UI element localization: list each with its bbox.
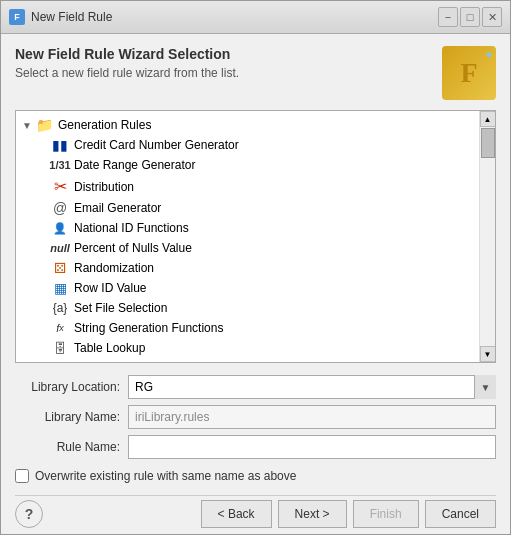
scrollbar-down-button[interactable]: ▼ — [480, 346, 496, 362]
tree-item-distribution[interactable]: ✂ Distribution — [16, 175, 479, 198]
tree-item-table-lookup[interactable]: 🗄 Table Lookup — [16, 338, 479, 358]
tree-item-national-id[interactable]: 👤 National ID Functions — [16, 218, 479, 238]
tree-container: ▼ 📁 Generation Rules ▮▮ Credit Card Numb… — [15, 110, 496, 363]
scrollbar-thumb[interactable] — [481, 128, 495, 158]
date-range-icon: 1/31 — [50, 159, 70, 171]
overwrite-checkbox-label[interactable]: Overwrite existing rule with same name a… — [35, 469, 296, 483]
tree-item-label-string-gen: String Generation Functions — [74, 321, 223, 335]
library-location-select[interactable]: RG — [128, 375, 496, 399]
tree-item-string-gen[interactable]: fx String Generation Functions — [16, 318, 479, 338]
tree-item-nulls[interactable]: null Percent of Nulls Value — [16, 238, 479, 258]
tree-item-label-credit-card: Credit Card Number Generator — [74, 138, 239, 152]
library-location-label: Library Location: — [15, 380, 120, 394]
main-content: New Field Rule Wizard Selection Select a… — [1, 34, 510, 535]
randomization-icon: ⚄ — [50, 260, 70, 276]
tree-item-credit-card[interactable]: ▮▮ Credit Card Number Generator — [16, 135, 479, 155]
next-button[interactable]: Next > — [278, 500, 347, 528]
navigation-buttons: < Back Next > Finish Cancel — [201, 500, 496, 528]
tree-item-set-file[interactable]: {a} Set File Selection — [16, 298, 479, 318]
back-button[interactable]: < Back — [201, 500, 272, 528]
button-bar: ? < Back Next > Finish Cancel — [15, 495, 496, 528]
rule-name-input[interactable] — [128, 435, 496, 459]
scrollbar-up-button[interactable]: ▲ — [480, 111, 496, 127]
header-text: New Field Rule Wizard Selection Select a… — [15, 46, 442, 80]
tree-item-label-row-id: Row ID Value — [74, 281, 146, 295]
logo-area: ✦ F — [442, 46, 496, 100]
tree-item-randomization[interactable]: ⚄ Randomization — [16, 258, 479, 278]
library-location-row: Library Location: RG ▼ — [15, 375, 496, 399]
credit-card-icon: ▮▮ — [50, 137, 70, 153]
tree-item-date-range[interactable]: 1/31 Date Range Generator — [16, 155, 479, 175]
help-button[interactable]: ? — [15, 500, 43, 528]
title-bar-left: F New Field Rule — [9, 9, 112, 25]
tree-item-label-randomization: Randomization — [74, 261, 154, 275]
tree-item-label-national-id: National ID Functions — [74, 221, 189, 235]
window-icon: F — [9, 9, 25, 25]
rule-name-label: Rule Name: — [15, 440, 120, 454]
rule-name-row: Rule Name: — [15, 435, 496, 459]
logo-letter: F — [460, 57, 477, 89]
title-bar: F New Field Rule − □ ✕ — [1, 1, 510, 34]
library-name-row: Library Name: — [15, 405, 496, 429]
wizard-title: New Field Rule Wizard Selection — [15, 46, 442, 62]
row-id-icon: ▦ — [50, 280, 70, 296]
scrollbar-track: ▲ ▼ — [479, 111, 495, 362]
tree-item-label-set-file: Set File Selection — [74, 301, 167, 315]
library-name-label: Library Name: — [15, 410, 120, 424]
tree-root-icon: 📁 — [34, 117, 54, 133]
table-lookup-icon: 🗄 — [50, 341, 70, 356]
window-title: New Field Rule — [31, 10, 112, 24]
logo-sparkle: ✦ — [484, 48, 494, 62]
tree-item-label-email: Email Generator — [74, 201, 161, 215]
nulls-icon: null — [50, 242, 70, 254]
tree-item-email[interactable]: @ Email Generator — [16, 198, 479, 218]
tree-item-label-date-range: Date Range Generator — [74, 158, 195, 172]
minimize-button[interactable]: − — [438, 7, 458, 27]
finish-button[interactable]: Finish — [353, 500, 419, 528]
cancel-button[interactable]: Cancel — [425, 500, 496, 528]
distribution-icon: ✂ — [50, 177, 70, 196]
library-name-input — [128, 405, 496, 429]
tree-expand-icon[interactable]: ▼ — [20, 120, 34, 131]
set-file-icon: {a} — [50, 301, 70, 315]
tree-root-label: Generation Rules — [58, 118, 151, 132]
close-button[interactable]: ✕ — [482, 7, 502, 27]
header-section: New Field Rule Wizard Selection Select a… — [15, 46, 496, 100]
tree-item-row-id[interactable]: ▦ Row ID Value — [16, 278, 479, 298]
title-buttons: − □ ✕ — [438, 7, 502, 27]
tree-item-label-distribution: Distribution — [74, 180, 134, 194]
email-icon: @ — [50, 200, 70, 216]
string-gen-icon: fx — [50, 322, 70, 334]
wizard-subtitle: Select a new field rule wizard from the … — [15, 66, 442, 80]
tree-root[interactable]: ▼ 📁 Generation Rules — [16, 115, 479, 135]
maximize-button[interactable]: □ — [460, 7, 480, 27]
tree-item-label-table-lookup: Table Lookup — [74, 341, 145, 355]
overwrite-checkbox-row: Overwrite existing rule with same name a… — [15, 469, 496, 483]
form-section: Library Location: RG ▼ Library Name: Rul… — [15, 375, 496, 459]
library-location-select-wrapper: RG ▼ — [128, 375, 496, 399]
window-icon-letter: F — [14, 12, 20, 22]
national-id-icon: 👤 — [50, 222, 70, 235]
tree-item-label-nulls: Percent of Nulls Value — [74, 241, 192, 255]
overwrite-checkbox[interactable] — [15, 469, 29, 483]
tree-list[interactable]: ▼ 📁 Generation Rules ▮▮ Credit Card Numb… — [16, 111, 479, 362]
main-window: F New Field Rule − □ ✕ New Field Rule Wi… — [0, 0, 511, 535]
